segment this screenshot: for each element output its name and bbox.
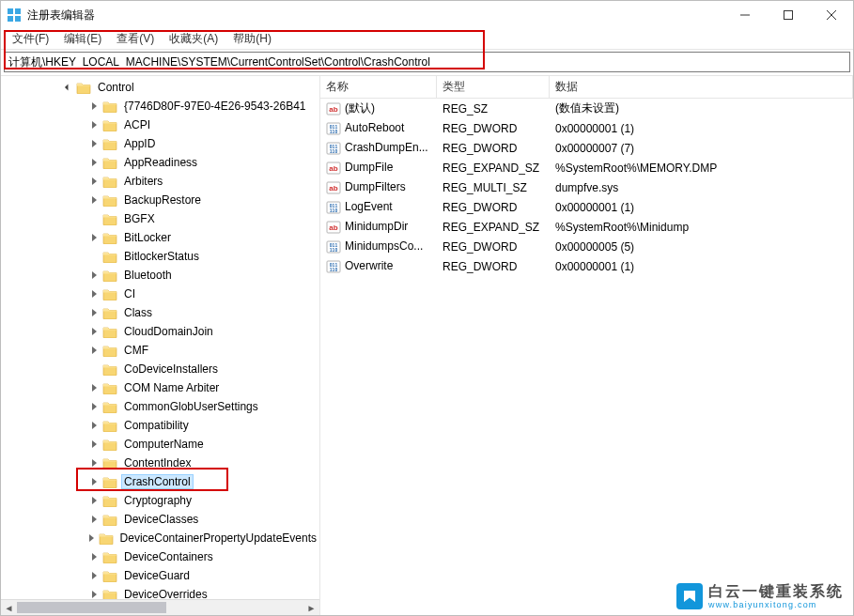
expander-icon[interactable] bbox=[87, 570, 101, 581]
scroll-right-arrow[interactable]: ► bbox=[303, 600, 319, 616]
menu-edit[interactable]: 编辑(E) bbox=[56, 29, 109, 49]
value-row[interactable]: 011110AutoRebootREG_DWORD0x00000001 (1) bbox=[320, 118, 853, 138]
value-row[interactable]: 011110OverwriteREG_DWORD0x00000001 (1) bbox=[320, 256, 853, 276]
tree-item[interactable]: CI bbox=[1, 285, 319, 303]
expander-icon[interactable] bbox=[87, 119, 101, 131]
expander-icon[interactable] bbox=[87, 326, 101, 337]
tree-item[interactable]: BGFX bbox=[1, 209, 319, 228]
value-type-cell: REG_MULTI_SZ bbox=[437, 181, 550, 194]
tree-horizontal-scrollbar[interactable]: ◄ ► bbox=[1, 599, 319, 615]
value-name: Overwrite bbox=[345, 259, 393, 272]
expander-icon[interactable] bbox=[87, 495, 101, 506]
address-bar[interactable] bbox=[4, 52, 850, 72]
folder-icon bbox=[102, 381, 117, 394]
value-row[interactable]: ab(默认)REG_SZ(数值未设置) bbox=[320, 99, 853, 118]
tree-item[interactable]: BitLocker bbox=[1, 228, 319, 247]
tree-item[interactable]: CMF bbox=[1, 341, 319, 360]
tree-item[interactable]: DeviceClasses bbox=[1, 510, 319, 529]
tree-item[interactable]: CommonGlobUserSettings bbox=[1, 397, 319, 416]
string-value-icon: ab bbox=[326, 161, 341, 176]
expander-icon[interactable] bbox=[87, 551, 101, 562]
column-header-type[interactable]: 类型 bbox=[437, 76, 550, 98]
maximize-button[interactable] bbox=[767, 1, 810, 29]
tree-item-control[interactable]: Control bbox=[1, 78, 319, 97]
value-row[interactable]: abDumpFileREG_EXPAND_SZ%SystemRoot%\MEMO… bbox=[320, 158, 853, 177]
tree-item[interactable]: CrashControl bbox=[1, 472, 319, 491]
expander-icon[interactable] bbox=[87, 194, 101, 206]
binary-value-icon: 011110 bbox=[326, 259, 341, 274]
tree-item[interactable]: BackupRestore bbox=[1, 191, 319, 209]
expander-icon[interactable] bbox=[87, 345, 101, 356]
tree-item[interactable]: BitlockerStatus bbox=[1, 247, 319, 266]
expander-icon[interactable] bbox=[87, 288, 101, 300]
value-row[interactable]: abDumpFiltersREG_MULTI_SZdumpfve.sys bbox=[320, 177, 853, 197]
value-row[interactable]: 011110MinidumpsCo...REG_DWORD0x00000005 … bbox=[320, 237, 853, 256]
expander-icon[interactable] bbox=[87, 138, 101, 149]
tree-scroll[interactable]: Control{7746D80F-97E0-4E26-9543-26B41ACP… bbox=[1, 76, 319, 599]
expander-icon[interactable] bbox=[87, 589, 101, 599]
expander-icon[interactable] bbox=[87, 514, 101, 525]
expander-icon[interactable] bbox=[87, 100, 101, 112]
tree-item[interactable]: Class bbox=[1, 303, 319, 322]
folder-icon bbox=[102, 231, 117, 244]
value-row[interactable]: abMinidumpDirREG_EXPAND_SZ%SystemRoot%\M… bbox=[320, 217, 853, 237]
tree-item-label: Arbiters bbox=[121, 174, 165, 189]
tree-item[interactable]: AppID bbox=[1, 134, 319, 153]
expander-icon[interactable] bbox=[87, 232, 101, 243]
list-body[interactable]: ab(默认)REG_SZ(数值未设置)011110AutoRebootREG_D… bbox=[320, 99, 853, 615]
tree-item[interactable]: Compatibility bbox=[1, 416, 319, 435]
expander-icon[interactable] bbox=[87, 270, 101, 281]
expander-icon[interactable] bbox=[87, 176, 101, 187]
menu-file[interactable]: 文件(F) bbox=[5, 29, 56, 49]
tree-item[interactable]: DeviceContainerPropertyUpdateEvents bbox=[1, 529, 319, 547]
tree-item-label: ContentIndex bbox=[121, 455, 194, 470]
tree-item[interactable]: COM Name Arbiter bbox=[1, 378, 319, 397]
menu-view[interactable]: 查看(V) bbox=[109, 29, 162, 49]
tree-item-label: BitLocker bbox=[121, 230, 174, 245]
minimize-button[interactable] bbox=[723, 1, 767, 29]
value-row[interactable]: 011110LogEventREG_DWORD0x00000001 (1) bbox=[320, 197, 853, 217]
tree-item[interactable]: CloudDomainJoin bbox=[1, 322, 319, 341]
scroll-track[interactable] bbox=[17, 600, 303, 615]
folder-icon bbox=[102, 269, 117, 282]
column-header-name[interactable]: 名称 bbox=[320, 76, 437, 98]
tree-item[interactable]: AppReadiness bbox=[1, 153, 319, 172]
value-name: DumpFile bbox=[345, 161, 393, 174]
expander-icon[interactable] bbox=[87, 457, 101, 469]
menu-help[interactable]: 帮助(H) bbox=[225, 29, 279, 49]
tree-item[interactable]: Cryptography bbox=[1, 491, 319, 510]
scroll-thumb[interactable] bbox=[17, 602, 166, 613]
tree-item[interactable]: CoDeviceInstallers bbox=[1, 360, 319, 378]
tree-item[interactable]: Arbiters bbox=[1, 172, 319, 191]
tree-item[interactable]: Bluetooth bbox=[1, 266, 319, 285]
tree-item[interactable]: ComputerName bbox=[1, 435, 319, 454]
column-header-data[interactable]: 数据 bbox=[550, 76, 853, 98]
scroll-left-arrow[interactable]: ◄ bbox=[1, 600, 17, 616]
expander-icon[interactable] bbox=[87, 401, 101, 412]
tree-item[interactable]: ContentIndex bbox=[1, 454, 319, 472]
tree-item[interactable]: DeviceContainers bbox=[1, 547, 319, 566]
svg-text:ab: ab bbox=[329, 105, 337, 114]
folder-icon bbox=[102, 306, 117, 319]
tree-item[interactable]: ACPI bbox=[1, 116, 319, 134]
expander-icon[interactable] bbox=[87, 476, 101, 487]
tree-item-label: CoDeviceInstallers bbox=[121, 362, 221, 377]
address-input[interactable] bbox=[8, 55, 846, 69]
tree-item[interactable]: DeviceOverrides bbox=[1, 585, 319, 599]
tree-item[interactable]: DeviceGuard bbox=[1, 566, 319, 585]
value-data-cell: (数值未设置) bbox=[550, 100, 853, 116]
expander-icon[interactable] bbox=[87, 532, 97, 544]
expander-icon[interactable] bbox=[87, 382, 101, 393]
value-row[interactable]: 011110CrashDumpEn...REG_DWORD0x00000007 … bbox=[320, 138, 853, 158]
expander-icon[interactable] bbox=[61, 82, 74, 93]
expander-icon[interactable] bbox=[87, 439, 101, 450]
value-data-cell: 0x00000001 (1) bbox=[550, 201, 853, 214]
tree-panel: Control{7746D80F-97E0-4E26-9543-26B41ACP… bbox=[1, 76, 320, 615]
tree-item[interactable]: {7746D80F-97E0-4E26-9543-26B41 bbox=[1, 97, 319, 116]
expander-icon[interactable] bbox=[87, 420, 101, 431]
close-button[interactable] bbox=[810, 1, 853, 29]
menu-favorites[interactable]: 收藏夹(A) bbox=[162, 29, 225, 49]
expander-icon[interactable] bbox=[87, 307, 101, 318]
expander-icon[interactable] bbox=[87, 157, 101, 168]
menubar: 文件(F) 编辑(E) 查看(V) 收藏夹(A) 帮助(H) bbox=[1, 29, 853, 50]
